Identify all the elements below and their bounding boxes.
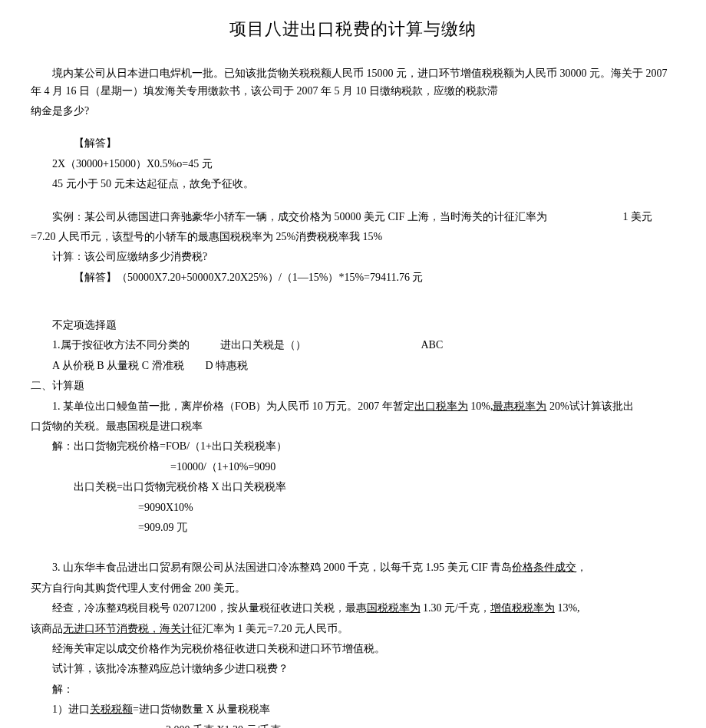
- q3-g: 解：: [31, 681, 675, 698]
- q3-c3: 13%,: [555, 602, 580, 614]
- q3-u3: 增值税税率为: [490, 602, 555, 614]
- q3-c1: 经查，冷冻整鸡税目税号 02071200，按从量税征收进口关税，最惠: [52, 602, 367, 614]
- ex2-c: 计算：该公司应缴纳多少消费税?: [31, 249, 675, 265]
- ex2-ans: 【解答】（50000X7.20+50000X7.20X25%）/（1—15%）*…: [31, 269, 675, 286]
- q3-h1b: =进口货物数量 X 从量税税率: [133, 703, 270, 715]
- q1-l1: 解：出口货物完税价格=FOB/（1+出口关税税率）: [31, 438, 675, 455]
- q3-u2: 国税税率为: [367, 602, 421, 614]
- ex2-b: =7.20 人民币元，该型号的小轿车的最惠国税税率为 25%消费税税率我 15%: [31, 229, 675, 245]
- q1-l5: =909.09 兀: [138, 519, 675, 536]
- mc-heading: 不定项选择题: [31, 317, 675, 334]
- q3-b: 买方自行向其购货代理人支付佣金 200 美元。: [31, 580, 675, 597]
- q1-c: 20%试计算该批出: [546, 400, 633, 412]
- q3-e: 经海关审定以成交价格作为完税价格征收进口关税和进口环节增值税。: [31, 641, 675, 657]
- q3-f: 试计算，该批冷冻整鸡应总计缴纳多少进口税费？: [31, 660, 675, 677]
- ex2-a: 实例：某公司从德国进口奔驰豪华小轿车一辆，成交价格为 50000 美元 CIF …: [31, 209, 547, 226]
- q1-l3: 出口关税=出口货物完税价格 X 出口关税税率: [31, 479, 675, 496]
- q1-line1: 1. 某单位出口鳗鱼苗一批，离岸价格（FOB）为人民币 10 万元。2007 年…: [31, 398, 675, 415]
- q3-d1: 该商品: [31, 623, 63, 634]
- q1-a: 1. 某单位出口鳗鱼苗一批，离岸价格（FOB）为人民币 10 万元。2007 年…: [52, 400, 414, 412]
- mc-q-a: 1.属于按征收方法不同分类的: [52, 337, 190, 354]
- answer1-line1: 2X（30000+15000）X0.5%o=45 元: [31, 156, 675, 173]
- q3-c: 经查，冷冻整鸡税目税号 02071200，按从量税征收进口关税，最惠国税税率为 …: [31, 600, 675, 617]
- p1-line1: 境内某公司从日本进口电焊机一批。已知该批货物关税税额人民币 15000 元，进口…: [31, 68, 668, 96]
- q3-h1: 1）进口关税税额=进口货物数量 X 从量税税率: [31, 701, 675, 718]
- q1-l4: =9090X10%: [138, 499, 675, 516]
- q3-c2: 1.30 元/千克，: [421, 602, 490, 614]
- q1-u2: 最惠税率为: [493, 400, 546, 412]
- example2-row: 实例：某公司从德国进口奔驰豪华小轿车一辆，成交价格为 50000 美元 CIF …: [31, 209, 675, 226]
- mc-question-row: 1.属于按征收方法不同分类的 进出口关税是（） ABC: [31, 337, 675, 354]
- q3-h2: =2,000 千克 X1.30 元/千克: [160, 722, 675, 728]
- section2-heading: 二、计算题: [31, 377, 675, 394]
- q3-h1u: 关税税额: [90, 703, 133, 715]
- q1-l2: =10000/（1+10%=9090: [170, 459, 675, 476]
- q1-u1: 出口税率为: [414, 400, 468, 412]
- q3-a2: ，: [576, 562, 587, 573]
- answer-label: 【解答】: [31, 135, 675, 152]
- q3-u4: 无进口环节消费税，海关计: [63, 623, 192, 634]
- answer1-line2: 45 元小于 50 元未达起征点，故免予征收。: [31, 176, 675, 193]
- mc-q-b: 进出口关税是（）: [220, 337, 306, 354]
- mc-options: A 从价税 B 从量税 C 滑准税 D 特惠税: [31, 357, 675, 374]
- q3-d2: 征汇率为 1 美元=7.20 元人民币。: [192, 623, 348, 634]
- q3-a: 3. 山东华丰食品进出口贸易有限公司从法国进口冷冻整鸡 2000 千克，以每千克…: [52, 562, 512, 573]
- problem-1-cont: 纳金是多少?: [31, 103, 675, 120]
- q1-d: 口货物的关税。最惠国税是进口税率: [31, 418, 675, 435]
- problem-1-text: 境内某公司从日本进口电焊机一批。已知该批货物关税税额人民币 15000 元，进口…: [31, 65, 675, 100]
- q3-h1a: 1）进口: [52, 703, 90, 715]
- q3-d: 该商品无进口环节消费税，海关计征汇率为 1 美元=7.20 元人民币。: [31, 621, 675, 637]
- q3-line1: 3. 山东华丰食品进出口贸易有限公司从法国进口冷冻整鸡 2000 千克，以每千克…: [31, 559, 675, 576]
- ex2-a-tail: 1 美元: [623, 209, 676, 226]
- mc-answer: ABC: [421, 337, 444, 354]
- q1-b: 10%,: [468, 400, 493, 412]
- q3-u1: 价格条件成交: [512, 562, 576, 573]
- page-title: 项目八进出口税费的计算与缴纳: [31, 15, 675, 42]
